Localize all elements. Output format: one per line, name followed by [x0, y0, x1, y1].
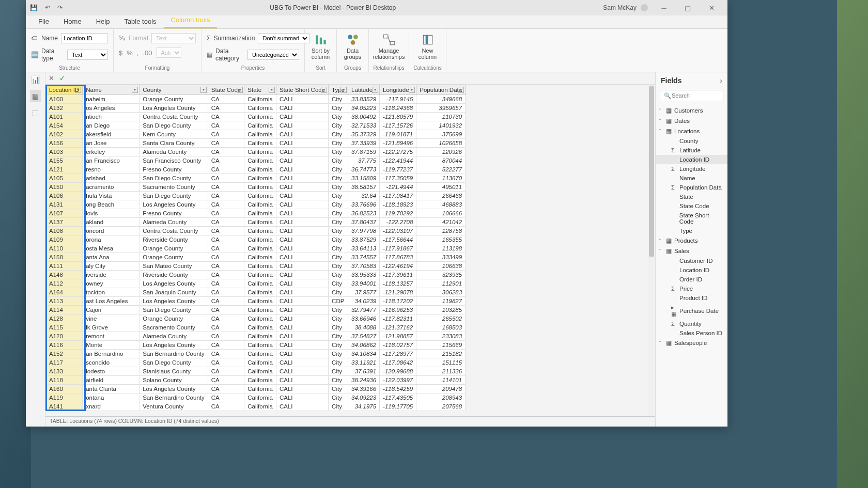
column-header[interactable]: State Short Code▾: [276, 85, 328, 95]
column-header[interactable]: State▾: [244, 85, 276, 95]
column-header[interactable]: County▾: [140, 85, 208, 95]
field-state[interactable]: State: [656, 192, 727, 201]
new-column-button[interactable]: New column: [414, 31, 441, 62]
field-latitude[interactable]: ΣLatitude: [656, 146, 727, 155]
cancel-icon[interactable]: ✕: [49, 74, 54, 82]
field-quantity[interactable]: ΣQuantity: [656, 319, 727, 328]
field-state-short-code[interactable]: State Short Code: [656, 211, 727, 226]
table-row[interactable]: A100naheimOrange CountyCACaliforniaCALIC…: [46, 95, 466, 104]
undo-icon[interactable]: ↶: [45, 4, 50, 11]
field-county[interactable]: County: [656, 136, 727, 146]
table-row[interactable]: A116 MonteLos Angeles CountyCACalifornia…: [46, 341, 466, 350]
column-header[interactable]: State Code▾: [208, 85, 244, 95]
field-order-id[interactable]: Order ID: [656, 275, 727, 284]
table-node-locations[interactable]: ˅▦Locations: [656, 126, 727, 136]
table-row[interactable]: A154an DiegoSan Diego CountyCACalifornia…: [46, 121, 466, 130]
comma-icon[interactable]: ,: [137, 49, 139, 57]
table-row[interactable]: A101ntiochContra Costa CountyCACaliforni…: [46, 113, 466, 121]
table-row[interactable]: A148iversideRiverside CountyCACalifornia…: [46, 271, 466, 279]
filter-dropdown-icon[interactable]: ▾: [75, 87, 81, 93]
name-input[interactable]: [61, 33, 107, 43]
table-row[interactable]: A110osta MesaOrange CountyCACaliforniaCA…: [46, 244, 466, 253]
vertical-scrollbar[interactable]: [648, 85, 655, 416]
field-name[interactable]: Name: [656, 174, 727, 183]
table-row[interactable]: A128vineOrange CountyCACaliforniaCALICit…: [46, 314, 466, 323]
close-button[interactable]: ✕: [700, 0, 723, 15]
table-row[interactable]: A141xnardVentura CountyCACaliforniaCALIC…: [46, 402, 466, 411]
decimal-icon[interactable]: .00: [143, 49, 152, 57]
tab-help[interactable]: Help: [89, 15, 117, 28]
percent-icon[interactable]: %: [127, 49, 133, 57]
data-groups-button[interactable]: Data groups: [340, 31, 366, 62]
field-longitude[interactable]: ΣLongitude: [656, 164, 727, 174]
data-view-icon[interactable]: ▦: [30, 90, 41, 102]
table-row[interactable]: A120remontAlameda CountyCACaliforniaCALI…: [46, 332, 466, 341]
field-population-data[interactable]: ΣPopulation Data: [656, 183, 727, 192]
filter-dropdown-icon[interactable]: ▾: [200, 87, 207, 93]
filter-dropdown-icon[interactable]: ▾: [132, 87, 138, 93]
save-icon[interactable]: 💾: [30, 4, 38, 11]
tab-column-tools[interactable]: Column tools: [164, 14, 218, 28]
filter-dropdown-icon[interactable]: ▾: [321, 87, 327, 93]
tab-file[interactable]: File: [31, 15, 56, 28]
column-header[interactable]: Location ID▾: [46, 85, 83, 95]
table-row[interactable]: A131ong BeachLos Angeles CountyCACalifor…: [46, 200, 466, 209]
field-type[interactable]: Type: [656, 226, 727, 235]
table-row[interactable]: A158anta AnaOrange CountyCACaliforniaCAL…: [46, 253, 466, 262]
field-location-id[interactable]: Location ID: [656, 155, 727, 164]
chevron-right-icon[interactable]: ›: [720, 76, 722, 85]
tab-home[interactable]: Home: [56, 15, 89, 28]
column-header[interactable]: Longitude▾: [380, 85, 416, 95]
table-row[interactable]: A115lk GroveSacramento CountyCACaliforni…: [46, 323, 466, 332]
table-row[interactable]: A105arlsbadSan Diego CountyCACaliforniaC…: [46, 174, 466, 183]
table-row[interactable]: A107lovisFresno CountyCACaliforniaCALICi…: [46, 209, 466, 218]
avatar-icon[interactable]: [641, 4, 648, 11]
table-node-sales[interactable]: ˅▦Sales: [656, 246, 727, 256]
column-header[interactable]: Type▾: [329, 85, 348, 95]
sort-by-column-button[interactable]: Sort by column: [307, 31, 334, 62]
table-row[interactable]: A118airfieldSolano CountyCACaliforniaCAL…: [46, 376, 466, 385]
maximize-button[interactable]: ▢: [676, 0, 700, 15]
table-row[interactable]: A137aklandAlameda CountyCACaliforniaCALI…: [46, 218, 466, 227]
field-purchase-date[interactable]: ▸ ▦Purchase Date: [656, 303, 727, 319]
tab-table-tools[interactable]: Table tools: [117, 15, 163, 28]
column-header[interactable]: Population Data▾: [416, 85, 466, 95]
model-view-icon[interactable]: ⬚: [32, 108, 39, 117]
table-row[interactable]: A114 CajonSan Diego CountyCACaliforniaCA…: [46, 306, 466, 314]
table-row[interactable]: A106hula VistaSan Diego CountyCACaliforn…: [46, 192, 466, 200]
field-product-id[interactable]: Product ID: [656, 293, 727, 303]
redo-icon[interactable]: ↷: [57, 4, 63, 11]
currency-icon[interactable]: $: [119, 49, 122, 57]
table-row[interactable]: A113ast Los AngelesLos Angeles CountyCAC…: [46, 297, 466, 306]
table-row[interactable]: A103erkeleyAlameda CountyCACaliforniaCAL…: [46, 148, 466, 156]
filter-dropdown-icon[interactable]: ▾: [409, 87, 415, 93]
table-row[interactable]: A155an FranciscoSan Francisco CountyCACa…: [46, 156, 466, 165]
table-row[interactable]: A133lodestoStanislaus CountyCACalifornia…: [46, 367, 466, 376]
table-node-salespeople[interactable]: ˄▦Salespeople: [656, 338, 727, 348]
filter-dropdown-icon[interactable]: ▾: [269, 87, 275, 93]
filter-dropdown-icon[interactable]: ▾: [372, 87, 378, 93]
field-state-code[interactable]: State Code: [656, 201, 727, 211]
table-row[interactable]: A164tocktonSan Joaquin CountyCACaliforni…: [46, 288, 466, 297]
table-row[interactable]: A150acramentoSacramento CountyCACaliforn…: [46, 183, 466, 192]
table-row[interactable]: A160anta ClaritaLos Angeles CountyCACali…: [46, 385, 466, 393]
table-row[interactable]: A109oronaRiverside CountyCACaliforniaCAL…: [46, 235, 466, 244]
table-row[interactable]: A102akersfieldKern CountyCACaliforniaCAL…: [46, 130, 466, 139]
filter-dropdown-icon[interactable]: ▾: [458, 87, 464, 93]
minimize-button[interactable]: ─: [652, 0, 676, 15]
format-select[interactable]: Text: [151, 33, 196, 43]
table-row[interactable]: A111aly CitySan Mateo CountyCACalifornia…: [46, 262, 466, 271]
table-node-dates[interactable]: ˄▦Dates: [656, 116, 727, 126]
field-customer-id[interactable]: Customer ID: [656, 256, 727, 265]
data-grid[interactable]: Location ID▾Name▾County▾State Code▾State…: [45, 85, 655, 416]
table-row[interactable]: A108oncordContra Costa CountyCACaliforni…: [46, 227, 466, 235]
category-select[interactable]: Uncategorized: [247, 50, 299, 60]
field-location-id[interactable]: Location ID: [656, 265, 727, 275]
field-price[interactable]: ΣPrice: [656, 284, 727, 293]
table-row[interactable]: A112owneyLos Angeles CountyCACaliforniaC…: [46, 279, 466, 288]
accept-icon[interactable]: ✓: [59, 74, 65, 82]
table-row[interactable]: A156an JoseSanta Clara CountyCACaliforni…: [46, 139, 466, 148]
filter-dropdown-icon[interactable]: ▾: [237, 87, 243, 93]
manage-relationships-button[interactable]: Manage relationships: [369, 31, 409, 62]
table-row[interactable]: A152an BernardinoSan Bernardino CountyCA…: [46, 350, 466, 358]
